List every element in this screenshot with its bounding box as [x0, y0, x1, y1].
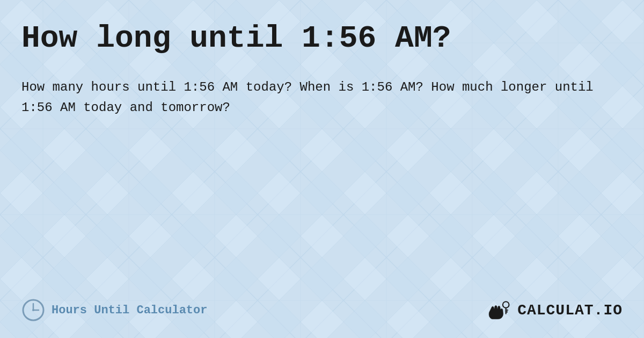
page-title: How long until 1:56 AM?	[21, 21, 623, 56]
footer: Hours Until Calculator CALCULAT.IO	[21, 288, 623, 322]
svg-point-12	[32, 309, 34, 311]
footer-label: Hours Until Calculator	[52, 304, 207, 317]
calculator-hand-icon	[486, 299, 513, 321]
svg-point-13	[503, 302, 509, 308]
brand-logo: CALCULAT.IO	[486, 299, 623, 321]
page-description: How many hours until 1:56 AM today? When…	[21, 77, 612, 119]
clock-icon	[21, 298, 45, 322]
brand-name: CALCULAT.IO	[517, 302, 623, 319]
footer-left: Hours Until Calculator	[21, 298, 207, 322]
